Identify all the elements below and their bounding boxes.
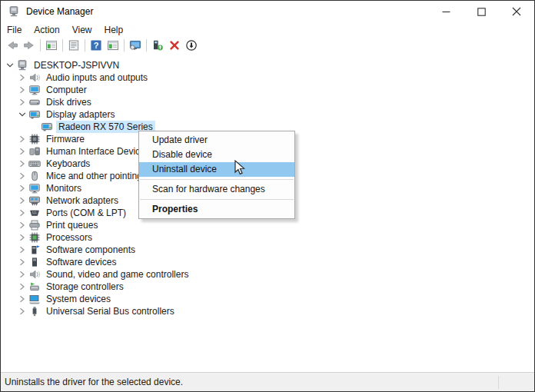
window-title: Device Manager	[26, 6, 93, 17]
minimize-icon	[442, 8, 450, 16]
device-manager-window: Device Manager File Action View Help	[0, 0, 535, 392]
tree-item-label: Network adapters	[44, 194, 121, 207]
mouse-icon	[28, 170, 41, 182]
forward-button[interactable]	[21, 38, 38, 53]
tree-item-computer-root[interactable]: DESKTOP-JSPIVVN	[1, 59, 534, 71]
tree-item-storage-controllers[interactable]: Storage controllers	[1, 281, 534, 293]
tree-item-system-devices[interactable]: System devices	[1, 293, 534, 305]
chevron-right-icon[interactable]	[17, 158, 28, 169]
title-bar: Device Manager	[1, 1, 534, 22]
chevron-right-icon[interactable]	[17, 306, 28, 317]
context-menu-separator	[140, 199, 294, 200]
tree-item-sound-video-game[interactable]: Sound, video and game controllers	[1, 268, 534, 281]
chevron-right-icon[interactable]	[17, 232, 28, 243]
context-menu-separator	[140, 179, 294, 180]
menu-view[interactable]: View	[66, 22, 98, 37]
tree-item-audio[interactable]: Audio inputs and outputs	[1, 71, 534, 84]
tree-item-label: Ports (COM & LPT)	[44, 207, 128, 219]
tree-item-label: Universal Serial Bus controllers	[44, 305, 177, 317]
update-driver-icon	[151, 39, 164, 51]
context-menu-update-driver[interactable]: Update driver	[139, 133, 294, 148]
software-device-icon	[28, 256, 41, 268]
desktop-pc-icon	[16, 59, 28, 71]
serial-port-icon	[28, 207, 41, 219]
tree-item-label: Processors	[44, 231, 95, 244]
tree-item-label: Computer	[44, 84, 89, 96]
tree-item-display-adapters[interactable]: Display adapters	[1, 108, 534, 121]
tree-item-label: System devices	[44, 293, 113, 305]
uninstall-device-button[interactable]	[166, 38, 183, 53]
chevron-down-icon[interactable]	[17, 109, 28, 120]
disable-down-arrow-icon	[185, 39, 198, 51]
monitor-icon	[28, 182, 41, 194]
close-button[interactable]	[499, 1, 534, 22]
show-console-tree-button[interactable]	[43, 38, 60, 53]
status-text: Uninstalls the driver for the selected d…	[1, 377, 183, 387]
show-console-window-button[interactable]	[105, 38, 121, 53]
chevron-right-icon[interactable]	[17, 183, 28, 194]
chevron-right-icon[interactable]	[17, 85, 28, 95]
tree-item-computer[interactable]: Computer	[1, 84, 534, 96]
menu-help[interactable]: Help	[98, 22, 130, 37]
help-button[interactable]	[88, 38, 105, 53]
properties-icon	[68, 39, 80, 51]
speaker-icon	[28, 71, 41, 84]
menu-file[interactable]: File	[1, 22, 28, 37]
chevron-right-icon[interactable]	[17, 244, 28, 255]
disable-device-button[interactable]	[183, 38, 200, 53]
context-menu-properties[interactable]: Properties	[139, 202, 294, 217]
menu-action[interactable]: Action	[28, 22, 65, 37]
chevron-right-icon[interactable]	[17, 146, 28, 157]
chevron-right-icon[interactable]	[17, 208, 28, 218]
toolbar-separator	[85, 39, 85, 51]
chevron-right-icon[interactable]	[17, 195, 28, 206]
network-adapter-icon	[28, 194, 41, 207]
tree-item-label: Display adapters	[44, 108, 117, 121]
display-adapter-icon	[41, 121, 53, 133]
display-adapter-icon	[28, 108, 41, 121]
close-icon	[512, 7, 521, 16]
chevron-right-icon[interactable]	[17, 97, 28, 108]
chevron-down-icon[interactable]	[5, 60, 15, 71]
keyboard-icon	[28, 158, 41, 170]
tree-item-software-components[interactable]: Software components	[1, 244, 534, 256]
chevron-right-icon[interactable]	[17, 281, 28, 292]
firmware-chip-icon	[28, 133, 41, 145]
minimize-button[interactable]	[428, 1, 464, 22]
tree-item-processors[interactable]: Processors	[1, 231, 534, 244]
context-menu-scan-hardware-changes[interactable]: Scan for hardware changes	[139, 182, 294, 197]
toolbar-separator	[62, 39, 63, 51]
chevron-right-icon[interactable]	[17, 257, 28, 267]
context-menu-uninstall-device[interactable]: Uninstall device	[139, 162, 294, 177]
tree-item-software-devices[interactable]: Software devices	[1, 256, 534, 268]
context-menu: Update driver Disable device Uninstall d…	[138, 131, 295, 219]
chevron-right-icon[interactable]	[17, 294, 28, 304]
usb-icon	[28, 305, 41, 317]
chevron-right-icon[interactable]	[17, 72, 28, 83]
tree-item-label: Software components	[44, 244, 138, 256]
tree-item-disk-drives[interactable]: Disk drives	[1, 96, 534, 108]
update-driver-button[interactable]	[149, 38, 166, 53]
chevron-right-icon[interactable]	[17, 171, 28, 181]
status-bar: Uninstalls the driver for the selected d…	[1, 372, 534, 391]
properties-button[interactable]	[65, 38, 82, 53]
chevron-right-icon[interactable]	[17, 269, 28, 280]
chevron-right-icon[interactable]	[17, 134, 28, 145]
context-menu-disable-device[interactable]: Disable device	[139, 148, 294, 162]
status-bar-divider	[498, 376, 499, 389]
window-controls	[428, 1, 534, 22]
maximize-button[interactable]	[464, 1, 499, 22]
system-device-icon	[28, 293, 41, 305]
back-button[interactable]	[4, 38, 21, 53]
chevron-right-icon[interactable]	[17, 220, 28, 231]
tree-item-usb-controllers[interactable]: Universal Serial Bus controllers	[1, 305, 534, 317]
hard-disk-icon	[28, 96, 41, 108]
monitor-icon	[28, 84, 41, 96]
tree-item-label: Firmware	[44, 133, 87, 145]
tree-item-print-queues[interactable]: Print queues	[1, 219, 534, 231]
tree-item-label: DESKTOP-JSPIVVN	[32, 59, 121, 71]
tree-item-label: Human Interface Devices	[44, 145, 152, 158]
tree-item-label: Keyboards	[44, 158, 92, 170]
tree-item-label: Software devices	[44, 256, 118, 268]
scan-hardware-changes-button[interactable]	[127, 38, 144, 53]
